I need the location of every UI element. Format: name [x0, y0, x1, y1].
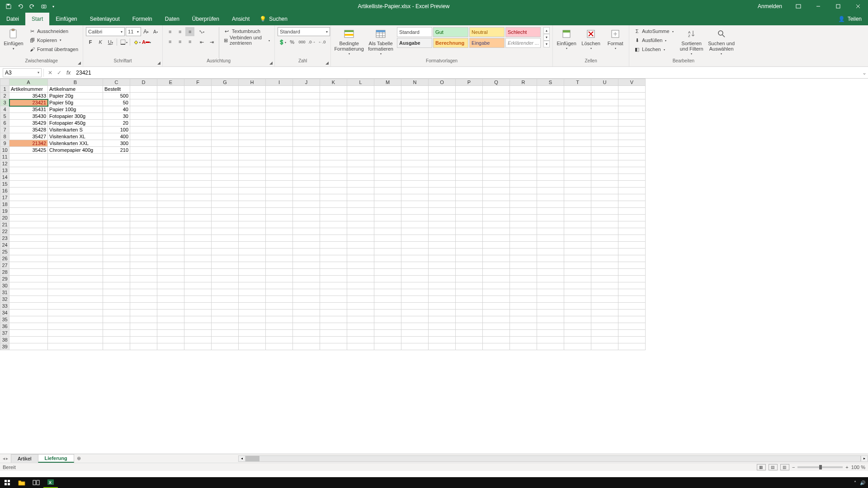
cell[interactable] — [456, 255, 483, 262]
cell[interactable] — [591, 330, 618, 337]
cell[interactable] — [130, 208, 157, 215]
cell[interactable] — [347, 296, 374, 303]
cell[interactable] — [347, 282, 374, 289]
cell[interactable] — [510, 160, 537, 167]
cell[interactable] — [320, 140, 347, 147]
cell[interactable] — [591, 106, 618, 113]
cell[interactable] — [157, 208, 184, 215]
cell[interactable] — [591, 174, 618, 181]
cell[interactable] — [320, 343, 347, 350]
cell[interactable] — [510, 174, 537, 181]
cell[interactable] — [456, 337, 483, 343]
cell[interactable] — [48, 215, 103, 221]
row-header[interactable]: 9 — [0, 140, 9, 147]
cell[interactable] — [293, 133, 320, 140]
cell[interactable] — [456, 215, 483, 221]
percent-icon[interactable]: % — [288, 38, 297, 47]
row-header[interactable]: 3 — [0, 99, 9, 106]
cell[interactable] — [130, 99, 157, 106]
cell[interactable]: 35433 — [9, 93, 48, 99]
cell[interactable] — [157, 133, 184, 140]
cell[interactable] — [48, 343, 103, 350]
cell[interactable]: 300 — [103, 140, 130, 147]
cell[interactable] — [483, 215, 510, 221]
cell[interactable] — [537, 93, 564, 99]
cell[interactable] — [456, 140, 483, 147]
cell[interactable] — [212, 113, 239, 120]
cell[interactable] — [157, 310, 184, 316]
cell[interactable] — [130, 106, 157, 113]
cell[interactable] — [320, 147, 347, 154]
cell[interactable] — [483, 221, 510, 228]
cell[interactable] — [401, 113, 429, 120]
cell[interactable] — [320, 127, 347, 133]
row-header[interactable]: 6 — [0, 120, 9, 127]
view-page-layout-icon[interactable]: ▤ — [769, 464, 778, 470]
cell[interactable] — [293, 201, 320, 208]
cell[interactable] — [429, 303, 456, 310]
cell[interactable] — [401, 296, 429, 303]
cell[interactable] — [184, 330, 212, 337]
align-top-icon[interactable]: ≡ — [165, 27, 175, 36]
cell[interactable] — [157, 86, 184, 93]
cell[interactable] — [103, 255, 130, 262]
cell[interactable] — [510, 147, 537, 154]
cell[interactable] — [618, 208, 646, 215]
cell[interactable] — [103, 323, 130, 330]
cell[interactable] — [320, 262, 347, 269]
align-left-icon[interactable]: ≡ — [165, 37, 175, 46]
cell[interactable] — [537, 188, 564, 194]
cell[interactable] — [591, 235, 618, 242]
cell[interactable] — [618, 120, 646, 127]
number-launcher-icon[interactable]: ◢ — [324, 60, 330, 66]
cell[interactable] — [537, 86, 564, 93]
cell[interactable] — [9, 201, 48, 208]
cell[interactable] — [483, 235, 510, 242]
cell[interactable] — [266, 249, 293, 255]
style-scroll-more-icon[interactable]: ▾ — [543, 41, 550, 47]
cell[interactable]: 210 — [103, 147, 130, 154]
column-header[interactable]: G — [212, 79, 239, 86]
column-header[interactable]: R — [510, 79, 537, 86]
cell[interactable] — [537, 99, 564, 106]
cell[interactable] — [618, 127, 646, 133]
cell[interactable] — [239, 167, 266, 174]
cell[interactable] — [184, 154, 212, 160]
cell[interactable] — [239, 160, 266, 167]
cell[interactable] — [347, 93, 374, 99]
cell[interactable]: 23421 — [9, 99, 48, 106]
cell[interactable] — [429, 289, 456, 296]
cell[interactable] — [374, 296, 401, 303]
cell[interactable] — [212, 235, 239, 242]
cell[interactable] — [564, 113, 591, 120]
row-header[interactable]: 13 — [0, 167, 9, 174]
cell[interactable] — [184, 323, 212, 330]
cell[interactable] — [347, 255, 374, 262]
column-header[interactable]: S — [537, 79, 564, 86]
cell[interactable] — [212, 167, 239, 174]
cell[interactable] — [48, 269, 103, 276]
cell[interactable] — [320, 316, 347, 323]
cell[interactable] — [510, 323, 537, 330]
cell[interactable] — [510, 86, 537, 93]
cell[interactable] — [293, 215, 320, 221]
cell[interactable] — [374, 249, 401, 255]
cell[interactable] — [564, 154, 591, 160]
undo-icon[interactable] — [15, 1, 25, 11]
scroll-right-icon[interactable]: ▸ — [861, 455, 868, 462]
cell[interactable] — [320, 337, 347, 343]
cell[interactable] — [591, 133, 618, 140]
cell[interactable] — [347, 276, 374, 282]
cell[interactable] — [347, 133, 374, 140]
cell[interactable] — [401, 303, 429, 310]
cell[interactable] — [591, 289, 618, 296]
cell[interactable] — [293, 86, 320, 93]
cell[interactable] — [48, 242, 103, 249]
cell[interactable] — [293, 99, 320, 106]
cell[interactable] — [9, 276, 48, 282]
cell[interactable] — [130, 316, 157, 323]
cell[interactable] — [130, 296, 157, 303]
cell[interactable] — [157, 93, 184, 99]
cell[interactable] — [483, 106, 510, 113]
cell[interactable]: 400 — [103, 133, 130, 140]
